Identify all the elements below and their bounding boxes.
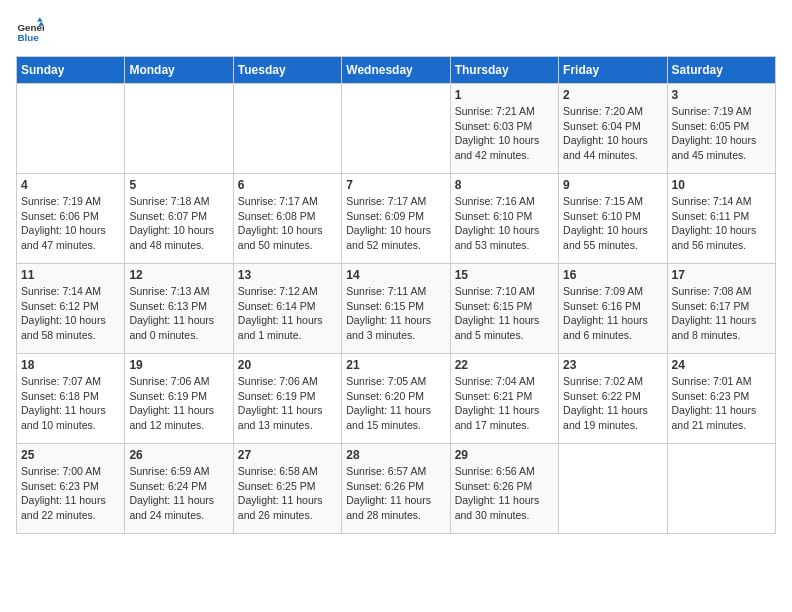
day-info: Sunrise: 7:14 AM Sunset: 6:12 PM Dayligh… (21, 284, 120, 343)
day-cell: 2Sunrise: 7:20 AM Sunset: 6:04 PM Daylig… (559, 84, 667, 174)
day-number: 26 (129, 448, 228, 462)
day-number: 18 (21, 358, 120, 372)
day-info: Sunrise: 7:18 AM Sunset: 6:07 PM Dayligh… (129, 194, 228, 253)
day-cell (233, 84, 341, 174)
header-thursday: Thursday (450, 57, 558, 84)
header-saturday: Saturday (667, 57, 775, 84)
day-info: Sunrise: 7:07 AM Sunset: 6:18 PM Dayligh… (21, 374, 120, 433)
day-number: 11 (21, 268, 120, 282)
day-number: 23 (563, 358, 662, 372)
day-number: 19 (129, 358, 228, 372)
day-cell: 25Sunrise: 7:00 AM Sunset: 6:23 PM Dayli… (17, 444, 125, 534)
day-cell: 23Sunrise: 7:02 AM Sunset: 6:22 PM Dayli… (559, 354, 667, 444)
day-number: 3 (672, 88, 771, 102)
day-info: Sunrise: 7:15 AM Sunset: 6:10 PM Dayligh… (563, 194, 662, 253)
day-info: Sunrise: 7:06 AM Sunset: 6:19 PM Dayligh… (238, 374, 337, 433)
day-cell: 8Sunrise: 7:16 AM Sunset: 6:10 PM Daylig… (450, 174, 558, 264)
day-number: 17 (672, 268, 771, 282)
day-info: Sunrise: 6:58 AM Sunset: 6:25 PM Dayligh… (238, 464, 337, 523)
day-number: 14 (346, 268, 445, 282)
day-number: 21 (346, 358, 445, 372)
day-cell: 1Sunrise: 7:21 AM Sunset: 6:03 PM Daylig… (450, 84, 558, 174)
day-cell: 21Sunrise: 7:05 AM Sunset: 6:20 PM Dayli… (342, 354, 450, 444)
day-number: 6 (238, 178, 337, 192)
page-header: General Blue (16, 16, 776, 44)
day-cell: 14Sunrise: 7:11 AM Sunset: 6:15 PM Dayli… (342, 264, 450, 354)
header-wednesday: Wednesday (342, 57, 450, 84)
day-cell: 22Sunrise: 7:04 AM Sunset: 6:21 PM Dayli… (450, 354, 558, 444)
day-cell: 15Sunrise: 7:10 AM Sunset: 6:15 PM Dayli… (450, 264, 558, 354)
day-info: Sunrise: 6:56 AM Sunset: 6:26 PM Dayligh… (455, 464, 554, 523)
day-number: 10 (672, 178, 771, 192)
day-cell: 3Sunrise: 7:19 AM Sunset: 6:05 PM Daylig… (667, 84, 775, 174)
week-row-2: 4Sunrise: 7:19 AM Sunset: 6:06 PM Daylig… (17, 174, 776, 264)
week-row-3: 11Sunrise: 7:14 AM Sunset: 6:12 PM Dayli… (17, 264, 776, 354)
day-number: 7 (346, 178, 445, 192)
svg-text:Blue: Blue (17, 32, 39, 43)
day-cell: 5Sunrise: 7:18 AM Sunset: 6:07 PM Daylig… (125, 174, 233, 264)
day-number: 2 (563, 88, 662, 102)
day-cell: 17Sunrise: 7:08 AM Sunset: 6:17 PM Dayli… (667, 264, 775, 354)
day-cell: 13Sunrise: 7:12 AM Sunset: 6:14 PM Dayli… (233, 264, 341, 354)
calendar-table: SundayMondayTuesdayWednesdayThursdayFrid… (16, 56, 776, 534)
day-number: 5 (129, 178, 228, 192)
day-cell: 10Sunrise: 7:14 AM Sunset: 6:11 PM Dayli… (667, 174, 775, 264)
day-cell: 12Sunrise: 7:13 AM Sunset: 6:13 PM Dayli… (125, 264, 233, 354)
header-monday: Monday (125, 57, 233, 84)
day-info: Sunrise: 7:08 AM Sunset: 6:17 PM Dayligh… (672, 284, 771, 343)
header-sunday: Sunday (17, 57, 125, 84)
day-number: 27 (238, 448, 337, 462)
day-number: 12 (129, 268, 228, 282)
day-info: Sunrise: 6:57 AM Sunset: 6:26 PM Dayligh… (346, 464, 445, 523)
day-cell: 6Sunrise: 7:17 AM Sunset: 6:08 PM Daylig… (233, 174, 341, 264)
day-cell: 24Sunrise: 7:01 AM Sunset: 6:23 PM Dayli… (667, 354, 775, 444)
day-number: 22 (455, 358, 554, 372)
day-info: Sunrise: 7:19 AM Sunset: 6:06 PM Dayligh… (21, 194, 120, 253)
day-cell (17, 84, 125, 174)
day-number: 16 (563, 268, 662, 282)
day-number: 20 (238, 358, 337, 372)
day-info: Sunrise: 7:19 AM Sunset: 6:05 PM Dayligh… (672, 104, 771, 163)
day-number: 28 (346, 448, 445, 462)
day-number: 4 (21, 178, 120, 192)
day-info: Sunrise: 7:16 AM Sunset: 6:10 PM Dayligh… (455, 194, 554, 253)
day-info: Sunrise: 7:00 AM Sunset: 6:23 PM Dayligh… (21, 464, 120, 523)
day-info: Sunrise: 7:17 AM Sunset: 6:08 PM Dayligh… (238, 194, 337, 253)
header-row: SundayMondayTuesdayWednesdayThursdayFrid… (17, 57, 776, 84)
day-cell: 4Sunrise: 7:19 AM Sunset: 6:06 PM Daylig… (17, 174, 125, 264)
day-cell: 18Sunrise: 7:07 AM Sunset: 6:18 PM Dayli… (17, 354, 125, 444)
day-info: Sunrise: 7:13 AM Sunset: 6:13 PM Dayligh… (129, 284, 228, 343)
day-number: 29 (455, 448, 554, 462)
day-cell: 28Sunrise: 6:57 AM Sunset: 6:26 PM Dayli… (342, 444, 450, 534)
week-row-1: 1Sunrise: 7:21 AM Sunset: 6:03 PM Daylig… (17, 84, 776, 174)
day-cell: 19Sunrise: 7:06 AM Sunset: 6:19 PM Dayli… (125, 354, 233, 444)
header-friday: Friday (559, 57, 667, 84)
day-number: 9 (563, 178, 662, 192)
day-cell (559, 444, 667, 534)
day-info: Sunrise: 7:01 AM Sunset: 6:23 PM Dayligh… (672, 374, 771, 433)
week-row-5: 25Sunrise: 7:00 AM Sunset: 6:23 PM Dayli… (17, 444, 776, 534)
day-number: 15 (455, 268, 554, 282)
day-info: Sunrise: 7:11 AM Sunset: 6:15 PM Dayligh… (346, 284, 445, 343)
svg-marker-2 (37, 17, 43, 21)
day-number: 8 (455, 178, 554, 192)
day-cell: 11Sunrise: 7:14 AM Sunset: 6:12 PM Dayli… (17, 264, 125, 354)
day-cell: 20Sunrise: 7:06 AM Sunset: 6:19 PM Dayli… (233, 354, 341, 444)
day-number: 24 (672, 358, 771, 372)
day-info: Sunrise: 7:05 AM Sunset: 6:20 PM Dayligh… (346, 374, 445, 433)
day-info: Sunrise: 7:06 AM Sunset: 6:19 PM Dayligh… (129, 374, 228, 433)
day-info: Sunrise: 7:17 AM Sunset: 6:09 PM Dayligh… (346, 194, 445, 253)
day-number: 13 (238, 268, 337, 282)
day-cell (342, 84, 450, 174)
day-cell (125, 84, 233, 174)
week-row-4: 18Sunrise: 7:07 AM Sunset: 6:18 PM Dayli… (17, 354, 776, 444)
day-info: Sunrise: 7:14 AM Sunset: 6:11 PM Dayligh… (672, 194, 771, 253)
header-tuesday: Tuesday (233, 57, 341, 84)
day-cell: 9Sunrise: 7:15 AM Sunset: 6:10 PM Daylig… (559, 174, 667, 264)
logo: General Blue (16, 16, 48, 44)
day-cell: 26Sunrise: 6:59 AM Sunset: 6:24 PM Dayli… (125, 444, 233, 534)
day-cell: 7Sunrise: 7:17 AM Sunset: 6:09 PM Daylig… (342, 174, 450, 264)
day-cell (667, 444, 775, 534)
day-info: Sunrise: 7:04 AM Sunset: 6:21 PM Dayligh… (455, 374, 554, 433)
day-info: Sunrise: 7:09 AM Sunset: 6:16 PM Dayligh… (563, 284, 662, 343)
